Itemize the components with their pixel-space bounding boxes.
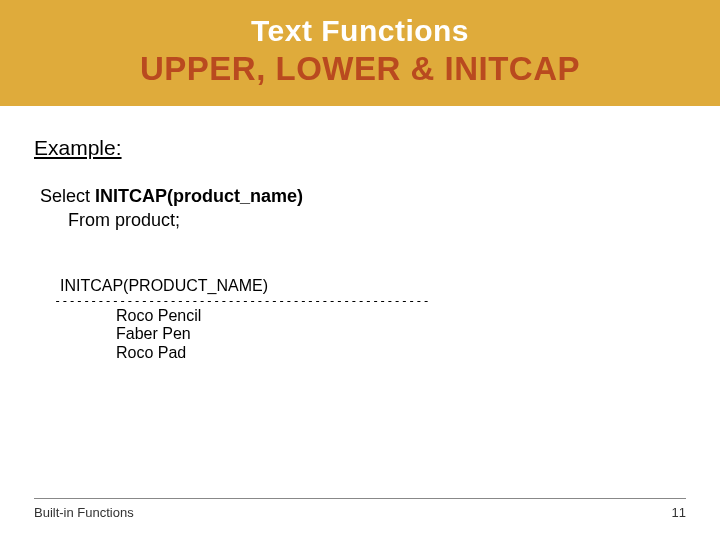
output-row: Roco Pencil: [116, 307, 686, 325]
output-row: Roco Pad: [116, 344, 686, 362]
title-banner: Text Functions UPPER, LOWER & INITCAP: [0, 0, 720, 106]
query-output: INITCAP(PRODUCT_NAME) ------------------…: [54, 277, 686, 363]
slide-footer: Built-in Functions 11: [34, 498, 686, 520]
output-row: Faber Pen: [116, 325, 686, 343]
slide-content: Example: Select INITCAP(product_name) Fr…: [0, 106, 720, 362]
output-header: INITCAP(PRODUCT_NAME): [60, 277, 686, 295]
footer-page-number: 11: [672, 505, 686, 520]
output-separator: ----------------------------------------…: [54, 295, 686, 307]
sql-func-call: INITCAP(product_name): [95, 186, 303, 206]
example-label: Example:: [34, 136, 686, 160]
sql-code: Select INITCAP(product_name) From produc…: [40, 184, 686, 233]
sql-select-keyword: Select: [40, 186, 95, 206]
sql-line-1: Select INITCAP(product_name): [40, 184, 686, 208]
footer-left: Built-in Functions: [34, 505, 134, 520]
banner-subtitle: UPPER, LOWER & INITCAP: [0, 50, 720, 88]
sql-line-2: From product;: [68, 208, 686, 232]
banner-title: Text Functions: [0, 14, 720, 48]
